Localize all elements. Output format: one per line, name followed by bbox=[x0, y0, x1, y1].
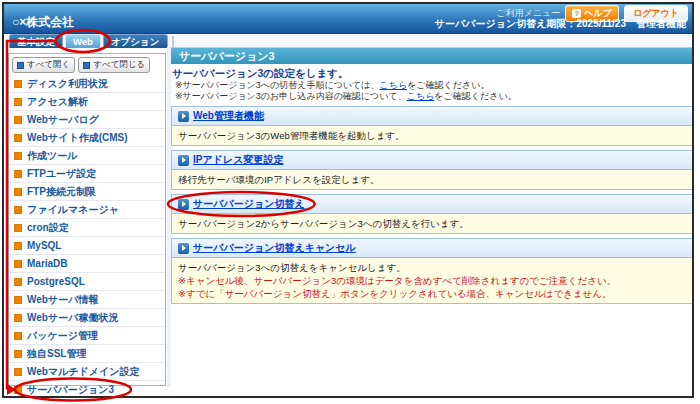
section-text: サーババージョン3のWeb管理者機能を起動します。 bbox=[178, 129, 686, 142]
section-header: サーババージョン切替えキャンセル bbox=[172, 239, 692, 258]
arrow-right-icon bbox=[178, 111, 189, 122]
tab-basic-settings[interactable]: 基本設定 bbox=[9, 34, 63, 48]
section-header: IPアドレス変更設定 bbox=[172, 151, 692, 170]
top-header: ご利用メニュー ? ヘルプ ログアウト ○×株式会社 サーババージョン切替え期限… bbox=[4, 4, 692, 34]
expand-icon bbox=[17, 62, 24, 69]
bullet-icon bbox=[14, 350, 22, 358]
bullet-icon bbox=[14, 188, 22, 196]
sidebar-item[interactable]: Webサーバログ bbox=[9, 111, 165, 129]
sidebar-item[interactable]: アクセス解析 bbox=[9, 93, 165, 111]
section-description: サーババージョン2からサーババージョン3への切替えを行います。 bbox=[172, 214, 692, 233]
sidebar: すべて開く すべて閉じる ディスク利用状況 アクセス解析 Webサーバログ We… bbox=[8, 53, 166, 386]
sidebar-item[interactable]: MariaDB bbox=[9, 255, 165, 273]
bullet-icon bbox=[14, 278, 22, 286]
section-text: ※キャンセル後、サーババージョン3の環境はデータを含めすべて削除されますのでご注… bbox=[178, 274, 686, 287]
app-window: ご利用メニュー ? ヘルプ ログアウト ○×株式会社 サーババージョン切替え期限… bbox=[2, 2, 694, 398]
sidebar-menu: ディスク利用状況 アクセス解析 Webサーバログ Webサイト作成(CMS) 作… bbox=[9, 75, 165, 398]
arrow-right-icon bbox=[178, 243, 189, 254]
section-link[interactable]: IPアドレス変更設定 bbox=[193, 153, 283, 167]
section-text: サーババージョン3への切替えをキャンセルします。 bbox=[178, 261, 686, 274]
kochira-link[interactable]: こちら bbox=[407, 91, 435, 101]
sidebar-item[interactable]: Webマルチドメイン設定 bbox=[9, 363, 165, 381]
feature-section: Web管理者機能 サーババージョン3のWeb管理者機能を起動します。 bbox=[171, 106, 693, 146]
section-description: 移行先サーバ環境のIPアドレスを設定します。 bbox=[172, 170, 692, 189]
sidebar-item-label: サーババージョン3 bbox=[27, 383, 114, 397]
sidebar-item[interactable]: MySQL bbox=[9, 237, 165, 255]
sidebar-item-label: MySQL bbox=[27, 240, 61, 251]
intro-block: サーババージョン3の設定をします。 ※サーババージョン3への切替え手順については… bbox=[171, 64, 693, 106]
arrow-right-icon bbox=[178, 199, 189, 210]
bullet-icon bbox=[14, 332, 22, 340]
section-link[interactable]: Web管理者機能 bbox=[193, 109, 264, 123]
sidebar-item[interactable]: PostgreSQL bbox=[9, 273, 165, 291]
sidebar-item-label: Webマルチドメイン設定 bbox=[27, 365, 140, 379]
section-text: サーババージョン2からサーババージョン3への切替えを行います。 bbox=[178, 217, 686, 230]
sidebar-item[interactable]: 作成ツール bbox=[9, 147, 165, 165]
close-all-button[interactable]: すべて閉じる bbox=[78, 57, 150, 73]
bullet-icon bbox=[14, 152, 22, 160]
sidebar-item-label: Webサイト作成(CMS) bbox=[27, 131, 128, 145]
main-content: サーババージョン3の設定をします。 ※サーババージョン3への切替え手順については… bbox=[171, 64, 693, 308]
intro-note: ※サーババージョン3への切替え手順については、こちらをご確認ください。 bbox=[172, 80, 692, 91]
bullet-icon bbox=[14, 242, 22, 250]
sidebar-item-label: パッケージ管理 bbox=[27, 329, 98, 343]
sidebar-item[interactable]: FTP接続元制限 bbox=[9, 183, 165, 201]
sidebar-item-label: ファイルマネージャ bbox=[27, 203, 119, 217]
sidebar-item-label: MariaDB bbox=[27, 258, 68, 269]
sidebar-item[interactable]: cron設定 bbox=[9, 219, 165, 237]
sidebar-item-label: 独自SSL管理 bbox=[27, 347, 86, 361]
sidebar-item[interactable]: Webサーバ稼働状況 bbox=[9, 309, 165, 327]
sidebar-item-label: cron設定 bbox=[27, 221, 69, 235]
section-description: サーババージョン3のWeb管理者機能を起動します。 bbox=[172, 126, 692, 145]
sidebar-item[interactable]: Webサーバ情報 bbox=[9, 291, 165, 309]
tab-web[interactable]: Web bbox=[65, 34, 101, 48]
bullet-icon bbox=[14, 80, 22, 88]
sidebar-item-label: 作成ツール bbox=[27, 149, 77, 163]
bullet-icon bbox=[14, 98, 22, 106]
intro-note: ※サーババージョン3のお申し込み内容の確認について、こちらをご確認ください。 bbox=[172, 91, 692, 102]
tab-options[interactable]: オプション bbox=[103, 34, 168, 48]
section-text: 移行先サーバ環境のIPアドレスを設定します。 bbox=[178, 173, 686, 186]
section-description: サーババージョン3への切替えをキャンセルします。※キャンセル後、サーババージョン… bbox=[172, 258, 692, 303]
section-link[interactable]: サーババージョン切替えキャンセル bbox=[193, 241, 356, 255]
switch-deadline-label: サーババージョン切替え期限：2025/11/23 管理者機能 bbox=[435, 17, 686, 31]
sidebar-item[interactable]: ディスク利用状況 bbox=[9, 75, 165, 93]
sections: Web管理者機能 サーババージョン3のWeb管理者機能を起動します。 IPアドレ… bbox=[171, 106, 693, 304]
page-title: サーババージョン3 bbox=[171, 47, 693, 64]
bullet-icon bbox=[14, 368, 22, 376]
sidebar-item[interactable]: Webサイト作成(CMS) bbox=[9, 129, 165, 147]
sidebar-item[interactable]: 独自SSL管理 bbox=[9, 345, 165, 363]
sidebar-item-label: アクセス解析 bbox=[27, 95, 88, 109]
intro-notes: ※サーババージョン3への切替え手順については、こちらをご確認ください。 ※サーバ… bbox=[172, 80, 692, 102]
section-link[interactable]: サーババージョン切替え bbox=[193, 197, 305, 211]
bullet-icon bbox=[14, 116, 22, 124]
section-text: ※すでに「サーババージョン切替え」ボタンをクリックされている場合、キャンセルはで… bbox=[178, 287, 686, 300]
sidebar-item[interactable]: FTPユーザ設定 bbox=[9, 165, 165, 183]
bullet-icon bbox=[14, 386, 22, 394]
bullet-icon bbox=[14, 206, 22, 214]
kochira-link[interactable]: こちら bbox=[380, 80, 408, 90]
bullet-icon bbox=[14, 224, 22, 232]
intro-heading: サーババージョン3の設定をします。 bbox=[172, 67, 692, 80]
tab-bar: 基本設定 Web オプション bbox=[4, 34, 692, 48]
bullet-icon bbox=[14, 260, 22, 268]
bullet-icon bbox=[14, 296, 22, 304]
section-header: Web管理者機能 bbox=[172, 107, 692, 126]
bullet-icon bbox=[14, 170, 22, 178]
company-name: ○×株式会社 bbox=[12, 14, 74, 31]
sidebar-item[interactable]: ファイルマネージャ bbox=[9, 201, 165, 219]
feature-section: サーババージョン切替えキャンセル サーババージョン3への切替えをキャンセルします… bbox=[171, 238, 693, 304]
sidebar-item[interactable]: パッケージ管理 bbox=[9, 327, 165, 345]
bullet-icon bbox=[14, 134, 22, 142]
sidebar-item[interactable]: サーババージョン3 bbox=[9, 381, 165, 398]
sidebar-item-label: Webサーバログ bbox=[27, 113, 99, 127]
collapse-icon bbox=[83, 62, 90, 69]
sidebar-buttons: すべて開く すべて閉じる bbox=[9, 54, 165, 75]
sidebar-item-label: Webサーバ情報 bbox=[27, 293, 98, 307]
open-all-button[interactable]: すべて開く bbox=[12, 57, 75, 73]
brand-row: ○×株式会社 サーババージョン切替え期限：2025/11/23 管理者機能 bbox=[12, 14, 686, 31]
sidebar-item-label: ディスク利用状況 bbox=[27, 77, 108, 91]
bullet-icon bbox=[14, 314, 22, 322]
section-header: サーババージョン切替え bbox=[172, 195, 692, 214]
sidebar-item-label: FTP接続元制限 bbox=[27, 185, 96, 199]
